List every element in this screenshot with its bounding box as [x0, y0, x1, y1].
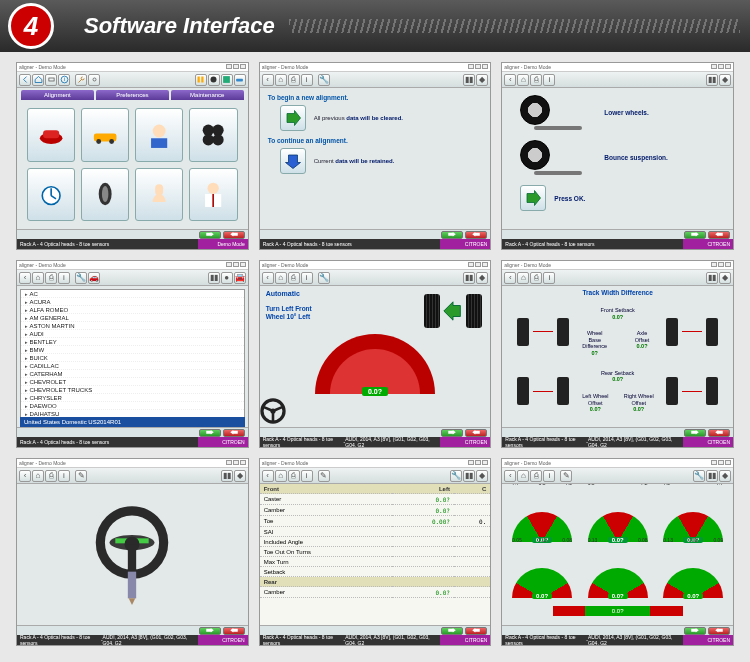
next-button[interactable]	[441, 627, 463, 635]
align-icon[interactable]: ▮▮	[706, 272, 718, 284]
print-icon[interactable]: ⎙	[288, 470, 300, 482]
menu-manual[interactable]	[135, 168, 183, 222]
diag-icon[interactable]: ◆	[234, 470, 246, 482]
info-icon[interactable]: i	[301, 470, 313, 482]
print-icon[interactable]: ⎙	[530, 74, 542, 86]
tab-preferences[interactable]: Preferences	[96, 90, 169, 100]
home-icon[interactable]: ⌂	[517, 272, 529, 284]
back-icon[interactable]: ‹	[262, 74, 274, 86]
back-icon[interactable]: ‹	[504, 272, 516, 284]
wrench-icon[interactable]: 🔧	[450, 470, 462, 482]
menu-operator[interactable]	[189, 168, 237, 222]
window-controls[interactable]	[225, 64, 246, 70]
back-icon[interactable]: ‹	[19, 470, 31, 482]
back-icon[interactable]: ‹	[262, 272, 274, 284]
make-item[interactable]: CHEVROLET	[21, 378, 244, 386]
home-icon[interactable]: ⌂	[275, 470, 287, 482]
pen-icon[interactable]: ✎	[318, 470, 330, 482]
back-button[interactable]	[708, 627, 730, 635]
pen-icon[interactable]: ✎	[560, 470, 572, 482]
car-green-icon[interactable]: 🚘	[234, 272, 246, 284]
home-icon[interactable]: ⌂	[32, 272, 44, 284]
back-icon[interactable]: ‹	[504, 470, 516, 482]
print-icon[interactable]: ⎙	[45, 272, 57, 284]
make-item[interactable]: AC	[21, 290, 244, 298]
back-button[interactable]	[223, 627, 245, 635]
back-button[interactable]	[465, 627, 487, 635]
make-item[interactable]: DAEWOO	[21, 402, 244, 410]
next-button[interactable]	[199, 231, 221, 239]
next-button[interactable]	[684, 627, 706, 635]
diag-icon[interactable]: ◆	[476, 470, 488, 482]
diag-icon[interactable]: ◆	[719, 470, 731, 482]
make-item[interactable]: BENTLEY	[21, 338, 244, 346]
back-icon[interactable]	[19, 74, 31, 86]
diag-icon[interactable]: ◆	[476, 74, 488, 86]
menu-tires[interactable]	[189, 108, 237, 162]
tire-icon[interactable]: ●	[221, 272, 233, 284]
tab-alignment[interactable]: Alignment	[21, 90, 94, 100]
back-button[interactable]	[465, 429, 487, 437]
menu-customer[interactable]	[135, 108, 183, 162]
wrench-icon[interactable]	[75, 74, 87, 86]
tab-maintenance[interactable]: Maintenance	[171, 90, 244, 100]
back-button[interactable]	[708, 231, 730, 239]
home-icon[interactable]: ⌂	[275, 272, 287, 284]
info-icon[interactable]: i	[543, 272, 555, 284]
make-item[interactable]: ALFA ROMEO	[21, 306, 244, 314]
car-icon[interactable]	[234, 74, 246, 86]
next-button[interactable]	[199, 429, 221, 437]
home-icon[interactable]: ⌂	[517, 470, 529, 482]
info-icon[interactable]: i	[543, 74, 555, 86]
info-icon[interactable]: i	[58, 74, 70, 86]
diag-icon[interactable]	[221, 74, 233, 86]
print-icon[interactable]: ⎙	[288, 74, 300, 86]
align-icon[interactable]: ▮▮	[208, 272, 220, 284]
wrench-icon[interactable]: 🔧	[693, 470, 705, 482]
home-icon[interactable]: ⌂	[517, 74, 529, 86]
back-button[interactable]	[708, 429, 730, 437]
home-icon[interactable]: ⌂	[32, 470, 44, 482]
make-item[interactable]: BUICK	[21, 354, 244, 362]
wrench-icon[interactable]: 🔧	[318, 272, 330, 284]
next-button[interactable]	[441, 429, 463, 437]
back-icon[interactable]: ‹	[262, 470, 274, 482]
info-icon[interactable]: i	[301, 74, 313, 86]
make-item[interactable]: BMW	[21, 346, 244, 354]
back-button[interactable]	[223, 429, 245, 437]
align-icon[interactable]: ▮▮	[463, 470, 475, 482]
make-item[interactable]: CATERHAM	[21, 370, 244, 378]
print-icon[interactable]	[45, 74, 57, 86]
back-button[interactable]	[223, 231, 245, 239]
wrench-icon[interactable]: 🔧	[318, 74, 330, 86]
info-icon[interactable]: i	[543, 470, 555, 482]
make-item[interactable]: AUDI	[21, 330, 244, 338]
car-add-icon[interactable]: 🚗	[88, 272, 100, 284]
menu-car-select[interactable]	[81, 108, 129, 162]
diag-icon[interactable]: ◆	[719, 272, 731, 284]
align-icon[interactable]: ▮▮	[706, 74, 718, 86]
wrench-icon[interactable]: 🔧	[75, 272, 87, 284]
begin-button[interactable]	[280, 105, 306, 131]
pen-icon[interactable]: ✎	[75, 470, 87, 482]
print-icon[interactable]: ⎙	[288, 272, 300, 284]
align-icon[interactable]: ▮▮	[221, 470, 233, 482]
next-button[interactable]	[441, 231, 463, 239]
info-icon[interactable]: i	[301, 272, 313, 284]
align-icon[interactable]: ▮▮	[463, 272, 475, 284]
make-list[interactable]: ACACURAALFA ROMEOAM GENERALASTON MARTINA…	[20, 289, 245, 420]
print-icon[interactable]: ⎙	[530, 470, 542, 482]
gear-icon[interactable]	[88, 74, 100, 86]
menu-car-align[interactable]	[27, 108, 75, 162]
print-icon[interactable]: ⎙	[45, 470, 57, 482]
make-item[interactable]: CADILLAC	[21, 362, 244, 370]
make-item[interactable]: ACURA	[21, 298, 244, 306]
make-item[interactable]: CHRYSLER	[21, 394, 244, 402]
next-button[interactable]	[199, 627, 221, 635]
ok-button[interactable]	[520, 185, 546, 211]
info-icon[interactable]: i	[58, 272, 70, 284]
home-icon[interactable]	[32, 74, 44, 86]
next-button[interactable]	[684, 231, 706, 239]
tire-tool-icon[interactable]	[208, 74, 220, 86]
diag-icon[interactable]: ◆	[719, 74, 731, 86]
